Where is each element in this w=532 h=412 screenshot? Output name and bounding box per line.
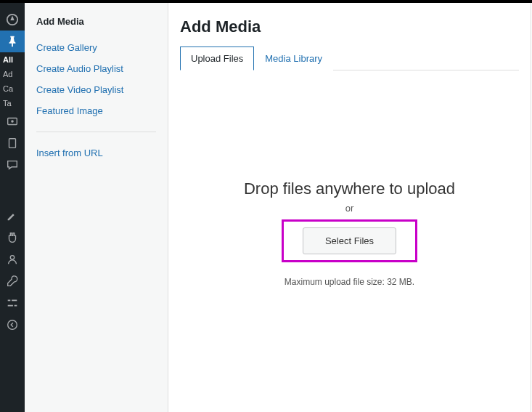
tools-icon[interactable] <box>0 270 25 292</box>
collapse-icon[interactable] <box>0 314 25 336</box>
media-tabs: Upload Files Media Library <box>180 47 519 70</box>
users-icon[interactable] <box>0 249 25 270</box>
svg-point-9 <box>8 320 17 330</box>
sidebar-item-create-video-playlist[interactable]: Create Video Playlist <box>36 79 156 100</box>
svg-rect-8 <box>15 305 17 307</box>
settings-icon[interactable] <box>0 292 25 314</box>
admin-submenu-item[interactable]: Ca <box>0 81 25 96</box>
appearance-icon[interactable] <box>0 205 25 227</box>
upload-drop-area[interactable]: Drop files anywhere to upload or Select … <box>180 70 519 412</box>
media-modal-main: Add Media Upload Files Media Library Dro… <box>168 3 531 412</box>
sidebar-item-create-audio-playlist[interactable]: Create Audio Playlist <box>36 58 156 79</box>
modal-title: Add Media <box>180 3 519 47</box>
comments-icon[interactable] <box>0 154 25 176</box>
svg-rect-3 <box>9 139 16 148</box>
media-modal-sidebar: Add Media Create Gallery Create Audio Pl… <box>25 3 168 412</box>
sidebar-divider <box>36 132 156 132</box>
admin-submenu-item[interactable]: All <box>0 52 25 67</box>
plugins-icon[interactable] <box>0 227 25 249</box>
admin-submenu: All Ad Ca Ta <box>0 52 25 110</box>
svg-rect-7 <box>8 305 13 307</box>
media-icon[interactable] <box>0 110 25 132</box>
svg-point-4 <box>10 256 14 259</box>
sidebar-heading: Add Media <box>36 16 156 27</box>
add-media-modal: Add Media Create Gallery Create Audio Pl… <box>25 3 531 412</box>
sidebar-item-create-gallery[interactable]: Create Gallery <box>36 37 156 58</box>
admin-submenu-item[interactable]: Ta <box>0 96 25 110</box>
svg-point-2 <box>11 120 14 123</box>
dashboard-icon[interactable] <box>0 9 25 31</box>
or-text: or <box>345 203 354 214</box>
drop-instruction-text: Drop files anywhere to upload <box>244 179 455 198</box>
admin-submenu-item[interactable]: Ad <box>0 67 25 81</box>
max-upload-size-text: Maximum upload file size: 32 MB. <box>285 277 414 287</box>
wp-admin-sidebar: All Ad Ca Ta <box>0 3 25 412</box>
tab-upload-files[interactable]: Upload Files <box>180 47 254 70</box>
select-files-button[interactable]: Select Files <box>303 227 396 254</box>
tab-media-library[interactable]: Media Library <box>254 47 333 70</box>
pin-icon[interactable] <box>0 31 25 52</box>
pages-icon[interactable] <box>0 132 25 154</box>
sidebar-item-insert-from-url[interactable]: Insert from URL <box>36 142 156 163</box>
highlight-annotation: Select Files <box>282 219 417 262</box>
svg-rect-6 <box>12 300 17 302</box>
sidebar-item-featured-image[interactable]: Featured Image <box>36 100 156 121</box>
svg-rect-5 <box>8 300 11 302</box>
